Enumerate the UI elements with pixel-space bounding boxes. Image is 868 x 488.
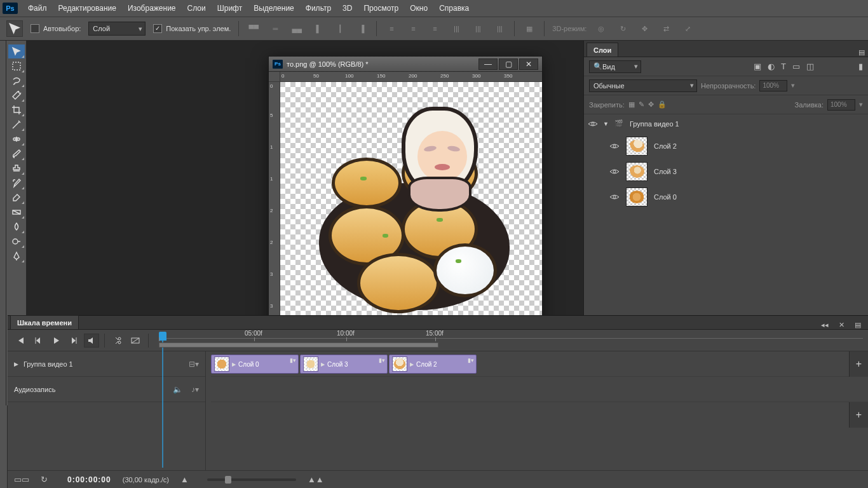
lasso-tool[interactable] bbox=[8, 74, 25, 88]
align-vcenter-icon[interactable]: ═ bbox=[268, 22, 282, 36]
heal-tool[interactable] bbox=[8, 132, 25, 146]
track-expand-icon[interactable]: ▶ bbox=[14, 361, 18, 367]
layer-thumbnail[interactable] bbox=[626, 137, 648, 156]
stamp-tool[interactable] bbox=[8, 161, 25, 175]
gradient-tool[interactable] bbox=[8, 205, 25, 219]
audio-track-row[interactable]: + bbox=[211, 377, 868, 402]
add-audio-button[interactable]: + bbox=[849, 402, 868, 428]
eyedropper-tool[interactable] bbox=[8, 118, 25, 132]
minimize-button[interactable]: — bbox=[478, 58, 498, 70]
prev-frame-button[interactable] bbox=[31, 334, 46, 348]
mute-button[interactable] bbox=[84, 334, 99, 348]
layers-tab[interactable]: Слои bbox=[587, 43, 618, 57]
filter-shape-icon[interactable]: ▭ bbox=[792, 62, 800, 71]
3d-roll-icon[interactable]: ↻ bbox=[616, 22, 630, 36]
work-area[interactable] bbox=[159, 342, 438, 348]
filter-smart-icon[interactable]: ◫ bbox=[806, 62, 814, 71]
3d-scale-icon[interactable]: ⤢ bbox=[681, 22, 695, 36]
dist-left-icon[interactable]: ||| bbox=[449, 22, 463, 36]
audio-track-header[interactable]: Аудиозапись 🔈 ♪▾ bbox=[8, 377, 205, 402]
wand-tool[interactable] bbox=[8, 88, 25, 102]
audio-options-icon[interactable]: ♪▾ bbox=[191, 385, 199, 394]
menu-image[interactable]: Изображение bbox=[123, 1, 181, 15]
dist-bottom-icon[interactable]: ≡ bbox=[428, 22, 442, 36]
history-brush-tool[interactable] bbox=[8, 176, 25, 190]
filter-toggle[interactable]: ▮ bbox=[858, 62, 863, 71]
brush-tool[interactable] bbox=[8, 147, 25, 161]
menu-file[interactable]: Файл bbox=[23, 1, 52, 15]
layer-thumbnail[interactable] bbox=[626, 162, 648, 181]
clip-menu-icon[interactable]: ▮▾ bbox=[468, 357, 474, 363]
layer-group[interactable]: ▼ 🎬 Группа видео 1 bbox=[584, 114, 868, 133]
clip-menu-icon[interactable]: ▮▾ bbox=[379, 357, 385, 363]
play-button[interactable] bbox=[48, 334, 64, 348]
align-left-icon[interactable]: ▌ bbox=[311, 22, 325, 36]
audio-mute-icon[interactable]: 🔈 bbox=[173, 385, 182, 394]
visibility-toggle[interactable] bbox=[609, 166, 620, 177]
visibility-toggle[interactable] bbox=[588, 119, 598, 129]
dodge-tool[interactable] bbox=[8, 234, 25, 248]
timeline-collapse-icon[interactable]: ◂◂ bbox=[818, 321, 831, 329]
layer-row[interactable]: Слой 3 bbox=[584, 159, 868, 184]
dist-vcenter-icon[interactable]: ≡ bbox=[406, 22, 420, 36]
autoselect-checkbox[interactable]: Автовыбор: bbox=[31, 24, 81, 33]
layer-filter-select[interactable]: 🔍 Вид bbox=[589, 60, 641, 73]
visibility-toggle[interactable] bbox=[609, 192, 620, 202]
clip-menu-icon[interactable]: ▮▾ bbox=[290, 357, 296, 363]
filter-adjust-icon[interactable]: ◐ bbox=[768, 62, 775, 71]
marquee-tool[interactable] bbox=[8, 59, 25, 73]
transition-button[interactable] bbox=[128, 334, 143, 348]
layer-name[interactable]: Слой 3 bbox=[654, 168, 677, 175]
auto-align-icon[interactable]: ▦ bbox=[522, 22, 536, 36]
zoom-slider[interactable] bbox=[207, 478, 296, 481]
lock-brush-icon[interactable]: ✎ bbox=[639, 100, 644, 109]
layer-row[interactable]: Слой 0 bbox=[584, 184, 868, 210]
loop-icon[interactable]: ↻ bbox=[41, 475, 56, 484]
timeline-ruler[interactable]: 05:00f 10:00f 15:00f bbox=[159, 330, 863, 351]
align-top-icon[interactable]: ▀▀ bbox=[247, 22, 261, 36]
group-name[interactable]: Группа видео 1 bbox=[630, 120, 679, 128]
crop-tool[interactable] bbox=[8, 103, 25, 117]
timeline-menu-icon[interactable]: ▤ bbox=[851, 321, 864, 329]
layer-row[interactable]: Слой 2 bbox=[584, 133, 868, 159]
pen-tool[interactable] bbox=[8, 249, 25, 263]
3d-slide-icon[interactable]: ⇄ bbox=[659, 22, 673, 36]
menu-edit[interactable]: Редактирование bbox=[53, 1, 121, 15]
add-media-button[interactable]: + bbox=[849, 351, 868, 377]
dist-right-icon[interactable]: ||| bbox=[492, 22, 506, 36]
lock-pixels-icon[interactable]: ▦ bbox=[628, 100, 635, 109]
menu-help[interactable]: Справка bbox=[434, 1, 474, 15]
dist-top-icon[interactable]: ≡ bbox=[384, 22, 398, 36]
split-button[interactable] bbox=[110, 334, 125, 348]
left-collapsed-dock[interactable] bbox=[0, 405, 8, 488]
ruler-horizontal[interactable]: 0 50 100 150 200 250 300 350 bbox=[280, 72, 542, 82]
maximize-button[interactable]: ▢ bbox=[499, 58, 518, 70]
ruler-vertical[interactable]: 0 5 1 1 2 2 3 3 bbox=[269, 82, 280, 329]
menu-layers[interactable]: Слои bbox=[182, 1, 211, 15]
timeline-close-icon[interactable]: ✕ bbox=[835, 321, 848, 329]
align-bottom-icon[interactable]: ▄▄ bbox=[290, 22, 304, 36]
menu-3d[interactable]: 3D bbox=[337, 1, 357, 15]
timecode[interactable]: 0:00:00:00 bbox=[67, 475, 111, 484]
document-titlebar[interactable]: Ps то.png @ 100% (RGB/8) * — ▢ ✕ bbox=[269, 57, 542, 72]
panel-menu-icon[interactable]: ▤ bbox=[855, 48, 868, 57]
menu-view[interactable]: Просмотр bbox=[358, 1, 403, 15]
opacity-value[interactable]: 100% bbox=[759, 80, 787, 92]
current-tool-icon[interactable] bbox=[6, 20, 23, 37]
lock-move-icon[interactable]: ✥ bbox=[648, 100, 654, 109]
expand-icon[interactable]: ▼ bbox=[603, 121, 609, 127]
blend-mode-select[interactable]: Обычные bbox=[589, 79, 697, 92]
filter-image-icon[interactable]: ▣ bbox=[754, 62, 761, 71]
close-button[interactable]: ✕ bbox=[519, 58, 538, 70]
video-track-row[interactable]: ▶Слой 0 ▮▾ ▶Слой 3 ▮▾ ▶Слой 2 ▮▾ + bbox=[211, 351, 868, 377]
layer-name[interactable]: Слой 0 bbox=[654, 193, 677, 201]
move-tool[interactable] bbox=[8, 44, 25, 58]
align-right-icon[interactable]: ▐ bbox=[355, 22, 369, 36]
filter-type-icon[interactable]: T bbox=[781, 62, 786, 71]
menu-type[interactable]: Шрифт bbox=[212, 1, 247, 15]
zoom-in-icon[interactable]: ▲▲ bbox=[308, 475, 323, 484]
menu-filter[interactable]: Фильтр bbox=[301, 1, 336, 15]
autoselect-target-select[interactable]: Слой bbox=[88, 22, 146, 36]
layer-thumbnail[interactable] bbox=[626, 187, 648, 207]
playhead[interactable] bbox=[159, 332, 166, 341]
